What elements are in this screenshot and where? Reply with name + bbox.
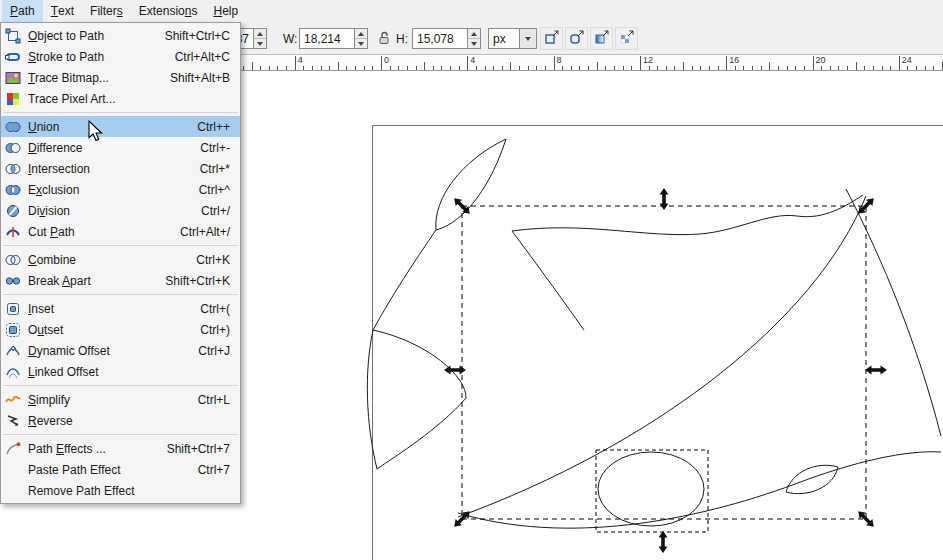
unit-value: px [493, 32, 506, 46]
menu-item-shortcut: Shift+Alt+B [156, 71, 230, 85]
width-field[interactable]: 18,214 [299, 28, 355, 49]
menu-item-shortcut: Ctrl+( [186, 302, 230, 316]
menubar-item-extensions[interactable]: Extensions [131, 0, 206, 22]
menubar-item-path[interactable]: Path [2, 0, 43, 22]
scale-stroke-toggle-button[interactable] [540, 27, 563, 50]
lock-ratio-icon[interactable] [376, 30, 392, 46]
move-gradients-icon [594, 29, 610, 48]
scale-corners-toggle-button[interactable] [565, 27, 588, 50]
spin-down-button[interactable] [355, 38, 367, 48]
menu-item-remove-path-effect[interactable]: Remove Path Effect [1, 480, 240, 501]
menu-item-outset[interactable]: OutsetCtrl+) [1, 319, 240, 340]
ruler-minor-tick [830, 66, 831, 70]
menu-item-shortcut: Shift+Ctrl+7 [153, 442, 230, 456]
menu-item-reverse[interactable]: Reverse [1, 410, 240, 431]
menubar-item-text[interactable]: Text [43, 0, 82, 22]
ruler-minor-tick [752, 66, 753, 70]
ruler-minor-tick [674, 66, 675, 70]
menu-item-paste-path-effect[interactable]: Paste Path EffectCtrl+7 [1, 459, 240, 480]
menu-item-shortcut: Ctrl+J [184, 344, 230, 358]
exclusion-icon [4, 182, 22, 198]
combine-icon [4, 252, 22, 268]
spin-up-button[interactable] [355, 29, 367, 38]
menu-item-label: Stroke to Path [22, 50, 104, 64]
menubar-item-filters[interactable]: Filters [82, 0, 131, 22]
menubar-item-help[interactable]: Help [205, 0, 246, 22]
ruler-minor-tick [355, 66, 356, 70]
path-effects-icon [4, 441, 22, 457]
menu-item-division[interactable]: DivisionCtrl+/ [1, 200, 240, 221]
unit-value-field[interactable]: px [488, 28, 520, 49]
ruler-minor-tick [649, 66, 650, 70]
ruler-minor-tick [666, 66, 667, 70]
spin-up-button[interactable] [254, 29, 266, 38]
move-gradients-toggle-button[interactable] [590, 27, 613, 50]
ruler-minor-tick [873, 66, 874, 70]
ruler-minor-tick [925, 66, 926, 70]
menu-item-union[interactable]: UnionCtrl++ [1, 116, 240, 137]
ruler-label: 4 [470, 55, 475, 65]
menu-item-label: Inset [22, 302, 54, 316]
ruler-minor-tick [243, 66, 244, 70]
up-arrow-icon [358, 32, 364, 36]
ruler-minor-tick [364, 66, 365, 70]
ruler-minor-tick [605, 66, 606, 70]
menu-item-inset[interactable]: InsetCtrl+( [1, 298, 240, 319]
ruler-label: 8 [557, 55, 562, 65]
spin-down-button[interactable] [468, 38, 480, 48]
spin-down-button[interactable] [254, 38, 266, 48]
up-arrow-icon [471, 32, 477, 36]
trace-bitmap-icon [4, 70, 22, 86]
unit-dropdown-button[interactable] [520, 28, 537, 49]
ruler-minor-tick [821, 66, 822, 70]
menu-item-label: Trace Bitmap... [22, 71, 109, 85]
move-patterns-toggle-button[interactable] [615, 27, 638, 50]
down-arrow-icon [471, 42, 477, 46]
menu-item-shortcut: Ctrl+Alt+/ [166, 225, 230, 239]
menu-item-combine[interactable]: CombineCtrl+K [1, 249, 240, 270]
ruler-minor-tick [597, 62, 598, 70]
dynamic-offset-icon [4, 343, 22, 359]
height-spin-buttons [468, 28, 481, 49]
division-icon [4, 203, 22, 219]
menu-item-label: Combine [22, 253, 76, 267]
menu-item-label: Simplify [22, 393, 70, 407]
menu-item-dynamic-offset[interactable]: Dynamic OffsetCtrl+J [1, 340, 240, 361]
menu-item-break-apart[interactable]: Break ApartShift+Ctrl+K [1, 270, 240, 291]
width-spin-buttons [355, 28, 368, 49]
ruler-minor-tick [657, 66, 658, 70]
unit-selector: px [488, 28, 537, 49]
move-patterns-icon [619, 29, 635, 48]
height-field[interactable]: 15,078 [412, 28, 468, 49]
menu-item-stroke-to-path[interactable]: Stroke to PathCtrl+Alt+C [1, 46, 240, 67]
ruler-minor-tick [787, 66, 788, 70]
simplify-icon [4, 392, 22, 408]
menu-item-label: Division [22, 204, 70, 218]
menu-item-simplify[interactable]: SimplifyCtrl+L [1, 389, 240, 410]
ruler-minor-tick [882, 66, 883, 70]
ruler-minor-tick [838, 66, 839, 70]
ruler-minor-tick [485, 66, 486, 70]
ruler-minor-tick [519, 66, 520, 70]
break-apart-icon [4, 273, 22, 289]
width-value: 18,214 [304, 32, 341, 46]
menu-item-exclusion[interactable]: ExclusionCtrl+^ [1, 179, 240, 200]
ruler-major-tick [295, 56, 296, 70]
menu-item-difference[interactable]: DifferenceCtrl+- [1, 137, 240, 158]
menu-item-trace-pixel-art[interactable]: Trace Pixel Art... [1, 88, 240, 109]
ruler-minor-tick [450, 66, 451, 70]
menu-item-path-effects[interactable]: Path Effects ...Shift+Ctrl+7 [1, 438, 240, 459]
menu-item-trace-bitmap[interactable]: Trace Bitmap...Shift+Alt+B [1, 67, 240, 88]
spin-up-button[interactable] [468, 29, 480, 38]
menu-item-intersection[interactable]: IntersectionCtrl+* [1, 158, 240, 179]
menu-item-cut-path[interactable]: Cut PathCtrl+Alt+/ [1, 221, 240, 242]
menu-item-shortcut: Ctrl++ [183, 120, 230, 134]
path-menu: Object to PathShift+Ctrl+CStroke to Path… [0, 22, 241, 504]
ruler-minor-tick [916, 66, 917, 70]
ruler-major-tick [640, 56, 641, 70]
object-to-path-icon [4, 28, 22, 44]
menu-item-linked-offset[interactable]: Linked Offset [1, 361, 240, 382]
menu-item-object-to-path[interactable]: Object to PathShift+Ctrl+C [1, 25, 240, 46]
menu-item-label: Remove Path Effect [22, 484, 135, 498]
ruler-minor-tick [743, 66, 744, 70]
